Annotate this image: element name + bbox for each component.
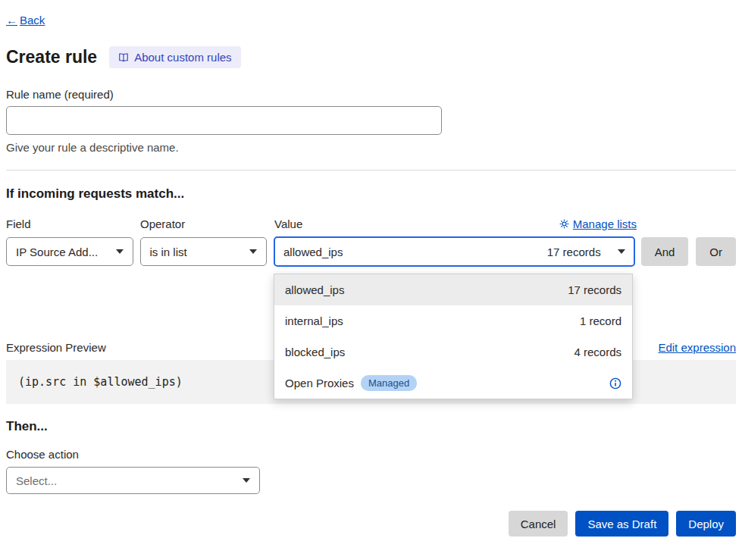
cancel-button[interactable]: Cancel xyxy=(509,511,568,537)
deploy-button[interactable]: Deploy xyxy=(676,511,736,537)
about-custom-rules-link[interactable]: About custom rules xyxy=(109,46,240,68)
save-as-draft-button[interactable]: Save as Draft xyxy=(575,511,668,537)
list-option-open-proxies[interactable]: Open Proxies Managed xyxy=(274,368,632,399)
list-option-records: 4 records xyxy=(575,346,622,358)
back-label: Back xyxy=(20,14,45,27)
field-label: Field xyxy=(6,217,133,230)
book-icon xyxy=(118,52,129,63)
managed-badge: Managed xyxy=(361,375,417,391)
chevron-down-icon xyxy=(116,249,124,254)
page-title: Create rule xyxy=(6,47,97,67)
value-selected-value: allowed_ips xyxy=(283,246,343,258)
expression-preview-label: Expression Preview xyxy=(6,341,106,354)
list-option-records: 1 record xyxy=(580,314,621,327)
field-select[interactable]: IP Source Add... xyxy=(6,237,133,266)
value-dropdown-panel: allowed_ips 17 records internal_ips 1 re… xyxy=(274,274,633,399)
expression-code: (ip.src in $allowed_ips) xyxy=(18,375,183,389)
list-option-internal-ips[interactable]: internal_ips 1 record xyxy=(274,305,632,336)
list-option-allowed-ips[interactable]: allowed_ips 17 records xyxy=(274,274,632,305)
value-label: Value xyxy=(274,217,302,230)
action-select[interactable]: Select... xyxy=(6,467,260,494)
list-option-name: blocked_ips xyxy=(285,346,345,358)
back-link[interactable]: ←Back xyxy=(6,14,45,27)
chevron-down-icon xyxy=(618,249,625,254)
value-selected-records: 17 records xyxy=(547,246,601,258)
rule-name-label: Rule name (required) xyxy=(6,88,736,101)
chevron-down-icon xyxy=(243,478,250,483)
list-option-records: 17 records xyxy=(568,283,621,296)
operator-label: Operator xyxy=(140,217,268,230)
section-divider xyxy=(6,170,736,171)
manage-lists-label: Manage lists xyxy=(573,217,637,230)
create-rule-page: ←Back Create rule About custom rules Rul… xyxy=(0,0,742,537)
or-button[interactable]: Or xyxy=(696,237,736,266)
rule-name-helper: Give your rule a descriptive name. xyxy=(6,141,736,154)
operator-selected-value: is in list xyxy=(150,246,187,258)
list-option-name: allowed_ips xyxy=(285,283,344,296)
list-option-name: internal_ips xyxy=(285,314,343,327)
operator-select[interactable]: is in list xyxy=(140,237,268,266)
back-arrow-icon: ← xyxy=(6,14,17,27)
edit-expression-link[interactable]: Edit expression xyxy=(658,341,736,354)
gear-icon xyxy=(559,219,569,229)
rule-name-input[interactable] xyxy=(6,106,442,135)
field-selected-value: IP Source Add... xyxy=(16,246,98,258)
list-option-name: Open Proxies xyxy=(285,377,354,389)
manage-lists-link[interactable]: Manage lists xyxy=(559,217,637,230)
then-section-heading: Then... xyxy=(6,419,736,434)
action-placeholder: Select... xyxy=(16,474,57,487)
info-icon[interactable] xyxy=(609,377,621,389)
value-select[interactable]: allowed_ips 17 records xyxy=(274,236,635,267)
about-badge-label: About custom rules xyxy=(134,51,231,64)
chevron-down-icon xyxy=(249,249,257,254)
choose-action-label: Choose action xyxy=(6,448,736,461)
match-section-heading: If incoming requests match... xyxy=(6,186,736,202)
list-option-blocked-ips[interactable]: blocked_ips 4 records xyxy=(274,336,632,368)
and-button[interactable]: And xyxy=(641,237,689,266)
